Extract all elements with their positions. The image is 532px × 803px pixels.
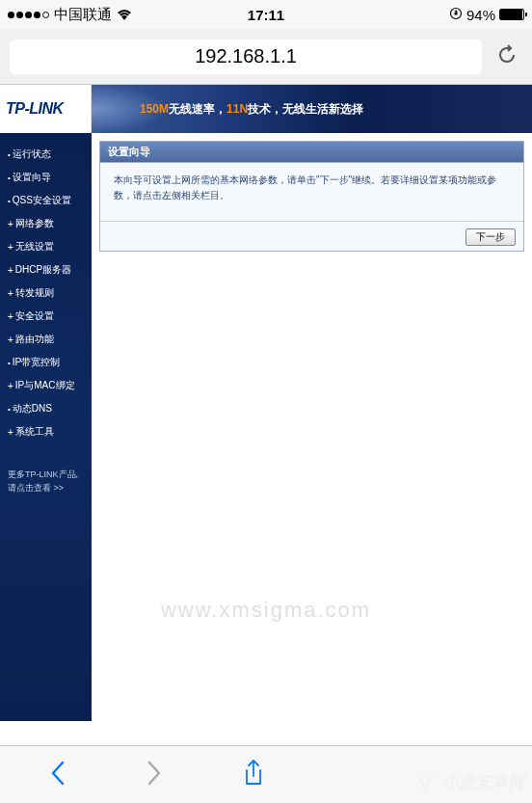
sidebar-item-7[interactable]: 安全设置	[0, 305, 92, 328]
ios-status-bar: 中国联通 17:11 94%	[0, 0, 532, 29]
banner-text2: 技术，无线生活新选择	[248, 101, 363, 118]
sidebar-item-2[interactable]: QSS安全设置	[0, 189, 92, 212]
sidebar-item-11[interactable]: 动态DNS	[0, 397, 92, 420]
panel-body: 本向导可设置上网所需的基本网络参数，请单击"下一步"继续。若要详细设置某项功能或…	[100, 163, 523, 221]
panel-footer: 下一步	[100, 221, 523, 251]
sidebar-item-9[interactable]: IP带宽控制	[0, 351, 92, 374]
sidebar-item-4[interactable]: 无线设置	[0, 235, 92, 258]
banner-text1: 无线速率，	[169, 101, 226, 118]
tp-link-logo: TP-LINK	[0, 100, 64, 118]
share-icon	[243, 759, 264, 788]
status-left: 中国联通	[8, 6, 132, 24]
sidebar-item-10[interactable]: IP与MAC绑定	[0, 374, 92, 397]
sidebar-item-0[interactable]: 运行状态	[0, 143, 92, 166]
banner: 150M 无线速率， 11N 技术，无线生活新选择	[92, 85, 532, 133]
signal-strength-icon	[8, 12, 49, 18]
svg-rect-1	[454, 13, 457, 15]
banner-tech: 11N	[226, 102, 248, 116]
router-body: 运行状态设置向导QSS安全设置网络参数无线设置DHCP服务器转发规则安全设置路由…	[0, 133, 532, 721]
sidebar-footer[interactable]: 更多TP-LINK产品, 请点击查看 >>	[0, 458, 92, 505]
battery-icon	[499, 9, 524, 20]
content-area: 设置向导 本向导可设置上网所需的基本网络参数，请单击"下一步"继续。若要详细设置…	[92, 133, 532, 721]
banner-speed: 150M	[140, 102, 169, 116]
battery-percent: 94%	[466, 7, 495, 23]
rotation-lock-icon	[449, 7, 463, 23]
status-right: 94%	[449, 7, 524, 23]
sidebar-item-6[interactable]: 转发规则	[0, 281, 92, 305]
chevron-left-icon	[50, 761, 66, 786]
sidebar-item-3[interactable]: 网络参数	[0, 212, 92, 235]
router-page: TP-LINK 150M 无线速率， 11N 技术，无线生活新选择 运行状态设置…	[0, 85, 532, 721]
safari-address-bar: 192.168.1.1	[0, 29, 532, 85]
panel-title: 设置向导	[100, 142, 523, 163]
forward-button	[139, 753, 170, 796]
refresh-button[interactable]	[492, 40, 522, 73]
sidebar-item-12[interactable]: 系统工具	[0, 420, 92, 443]
sidebar-item-8[interactable]: 路由功能	[0, 328, 92, 351]
carrier-label: 中国联通	[54, 6, 112, 24]
safari-toolbar	[0, 745, 532, 803]
logo-area: TP-LINK	[0, 85, 92, 133]
wizard-panel: 设置向导 本向导可设置上网所需的基本网络参数，请单击"下一步"继续。若要详细设置…	[99, 141, 524, 252]
next-button[interactable]: 下一步	[466, 228, 516, 246]
url-field[interactable]: 192.168.1.1	[10, 40, 482, 74]
url-text: 192.168.1.1	[195, 45, 297, 67]
sidebar-item-1[interactable]: 设置向导	[0, 166, 92, 189]
refresh-icon	[495, 43, 519, 67]
router-header: TP-LINK 150M 无线速率， 11N 技术，无线生活新选择	[0, 85, 532, 133]
wifi-icon	[117, 7, 132, 23]
sidebar-item-5[interactable]: DHCP服务器	[0, 258, 92, 281]
sidebar: 运行状态设置向导QSS安全设置网络参数无线设置DHCP服务器转发规则安全设置路由…	[0, 133, 92, 721]
back-button[interactable]	[42, 753, 73, 796]
share-button[interactable]	[235, 751, 272, 798]
status-time: 17:11	[248, 7, 284, 23]
chevron-right-icon	[146, 761, 162, 786]
